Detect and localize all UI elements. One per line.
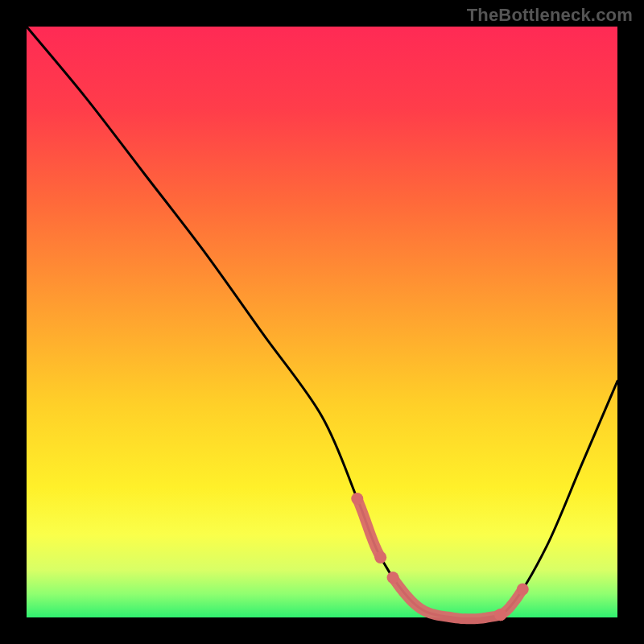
svg-point-0 [351, 493, 363, 505]
svg-point-5 [517, 584, 529, 596]
chart-stage: TheBottleneck.com [0, 0, 644, 644]
svg-point-4 [494, 609, 506, 621]
bottleneck-chart [0, 0, 644, 644]
plot-area [27, 27, 617, 617]
svg-point-1 [374, 551, 386, 564]
svg-point-2 [387, 572, 399, 584]
